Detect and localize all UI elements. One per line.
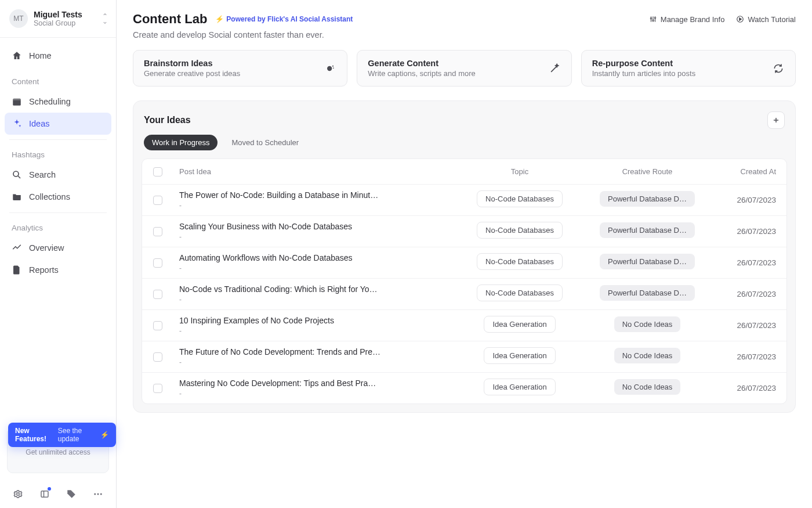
row-checkbox[interactable] [153,227,162,236]
svg-point-19 [332,65,334,66]
row-checkbox[interactable] [153,258,162,268]
post-title: The Power of No-Code: Building a Databas… [179,190,450,200]
home-icon [12,51,22,61]
table-row[interactable]: 10 Inspiring Examples of No Code Project… [142,310,786,341]
svg-point-18 [327,66,332,70]
workspace-switcher[interactable]: MT Miguel Tests Social Group ⌃⌃ [0,0,116,38]
route-badge: No Code Ideas [614,316,681,332]
tag-button[interactable] [66,488,77,500]
created-date: 26/07/2023 [711,196,786,204]
sidebar-item-scheduling[interactable]: Scheduling [5,91,111,113]
post-title: Mastering No Code Development: Tips and … [179,379,450,388]
workspace-group: Social Group [34,19,96,27]
select-all-checkbox[interactable] [153,167,162,176]
route-badge: No Code Ideas [614,379,681,395]
watch-tutorial-button[interactable]: Watch Tutorial [736,15,796,24]
topic-badge: Idea Generation [484,316,555,333]
sidebar-item-reports[interactable]: Reports [5,259,111,281]
search-icon [12,170,22,180]
svg-point-13 [650,18,651,19]
sidebar-item-search[interactable]: Search [5,164,111,186]
card-title: Re-purpose Content [592,59,764,68]
tag-icon [66,489,77,499]
table-row[interactable]: No-Code vs Traditional Coding: Which is … [142,279,786,310]
route-badge: Powerful Database D… [600,254,695,269]
row-checkbox[interactable] [153,290,162,299]
svg-point-9 [100,493,102,495]
post-sub: - [179,390,450,398]
page-subtitle: Create and develop Social content faster… [133,30,796,39]
calendar-icon [12,96,22,107]
table-header-row: Post Idea Topic Creative Route Created A… [142,159,786,185]
bolt-icon: ⚡ [100,431,109,439]
created-date: 26/07/2023 [711,321,786,330]
post-sub: - [179,296,450,304]
route-badge: Powerful Database D… [600,285,695,301]
magic-wand-icon [548,62,561,75]
post-sub: - [179,233,450,241]
col-topic: Topic [456,167,583,176]
row-checkbox[interactable] [153,321,162,330]
svg-point-8 [97,493,99,495]
row-checkbox[interactable] [153,352,162,362]
created-date: 26/07/2023 [711,352,786,361]
sidebar-item-overview[interactable]: Overview [5,237,111,259]
refresh-icon [772,62,785,75]
folder-icon [12,192,22,202]
ideas-table: Post Idea Topic Creative Route Created A… [142,158,787,404]
sidebar-section-analytics: Analytics [5,213,111,237]
sidebar-item-label: Home [29,51,52,60]
sidebar-item-home[interactable]: Home [5,45,111,67]
manage-brand-info-button[interactable]: Manage Brand Info [649,15,725,24]
card-title: Generate Content [368,59,539,68]
sliders-icon [649,15,657,23]
row-checkbox[interactable] [153,196,162,205]
svg-marker-17 [740,18,742,21]
post-title: Scaling Your Business with No-Code Datab… [179,222,450,231]
tab-moved-to-scheduler[interactable]: Moved to Scheduler [223,135,307,150]
bolt-icon: ⚡ [215,15,224,23]
svg-point-2 [13,171,19,176]
svg-rect-1 [13,99,21,100]
sidebar-item-ideas[interactable]: Ideas [5,113,111,135]
table-row[interactable]: The Future of No Code Development: Trend… [142,341,786,373]
notification-dot-icon [48,487,51,491]
svg-point-15 [654,17,655,19]
post-title: Automating Workflows with No-Code Databa… [179,253,450,262]
row-checkbox[interactable] [153,384,162,393]
post-sub: - [179,264,450,272]
updates-button[interactable] [39,488,50,500]
new-features-banner[interactable]: New Features! See the update ⚡ [8,423,116,447]
sidebar-section-content: Content [5,67,111,91]
workspace-name: Miguel Tests [34,10,96,19]
main-content: Content Lab ⚡ Powered by Flick's AI Soci… [117,0,812,508]
sidebar-item-label: Overview [29,243,64,253]
post-sub: - [179,201,450,210]
created-date: 26/07/2023 [711,227,786,236]
generate-content-card[interactable]: Generate Content Write captions, scripts… [357,50,571,87]
svg-line-3 [18,176,20,178]
card-title: Brainstorm Ideas [144,59,316,68]
tab-work-in-progress[interactable]: Work in Progress [144,135,217,150]
svg-line-21 [551,66,557,71]
more-button[interactable] [93,488,103,500]
table-row[interactable]: Automating Workflows with No-Code Databa… [142,247,786,279]
sidebar-item-label: Collections [29,192,70,201]
add-idea-button[interactable] [767,111,785,129]
page-title: Content Lab [133,12,207,27]
settings-button[interactable] [13,488,23,500]
table-row[interactable]: Scaling Your Business with No-Code Datab… [142,216,786,247]
sidebar-item-collections[interactable]: Collections [5,186,111,208]
col-created-at: Created At [711,167,786,176]
sidebar-item-label: Scheduling [29,97,71,106]
repurpose-content-card[interactable]: Re-purpose Content Instantly turn articl… [581,50,796,87]
sparkle-icon [12,118,22,129]
sidebar-item-label: Search [29,170,56,179]
brainstorm-ideas-card[interactable]: Brainstorm Ideas Generate creative post … [133,50,347,87]
table-row[interactable]: Mastering No Code Development: Tips and … [142,373,786,403]
avatar: MT [9,9,28,28]
trial-sub: Get unlimited access [16,448,100,456]
col-creative-route: Creative Route [583,167,711,176]
table-row[interactable]: The Power of No-Code: Building a Databas… [142,185,786,216]
ideas-panel: Your Ideas Work in Progress Moved to Sch… [133,100,796,413]
